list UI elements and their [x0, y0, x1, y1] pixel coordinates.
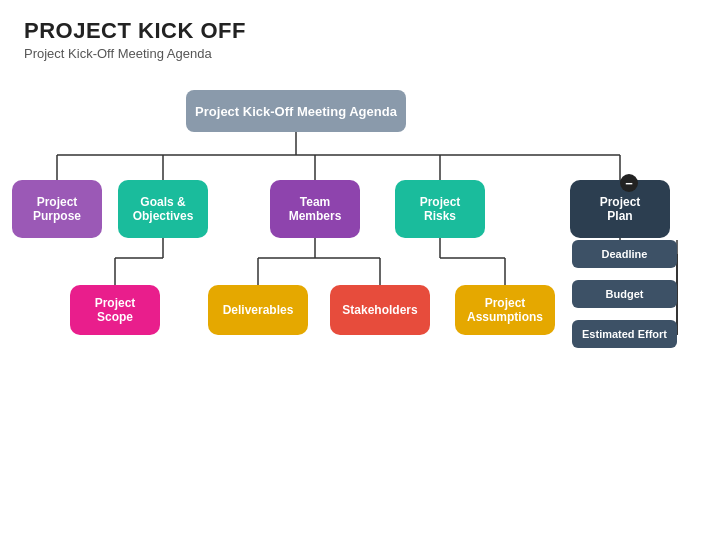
- node-plan: ProjectPlan: [570, 180, 670, 238]
- node-scope: ProjectScope: [70, 285, 160, 335]
- root-node: Project Kick-Off Meeting Agenda: [186, 90, 406, 132]
- node-deliverables: Deliverables: [208, 285, 308, 335]
- node-assumptions: ProjectAssumptions: [455, 285, 555, 335]
- collapse-icon[interactable]: −: [620, 174, 638, 192]
- diagram-area: Project Kick-Off Meeting Agenda ProjectP…: [0, 80, 720, 540]
- node-purpose: ProjectPurpose: [12, 180, 102, 238]
- node-stakeholders: Stakeholders: [330, 285, 430, 335]
- plan-effort: Estimated Effort: [572, 320, 677, 348]
- plan-deadline: Deadline: [572, 240, 677, 268]
- node-goals: Goals &Objectives: [118, 180, 208, 238]
- plan-budget: Budget: [572, 280, 677, 308]
- header: PROJECT KICK OFF Project Kick-Off Meetin…: [0, 0, 720, 67]
- node-team: TeamMembers: [270, 180, 360, 238]
- main-title: PROJECT KICK OFF: [24, 18, 696, 44]
- subtitle: Project Kick-Off Meeting Agenda: [24, 46, 696, 61]
- node-risks: ProjectRisks: [395, 180, 485, 238]
